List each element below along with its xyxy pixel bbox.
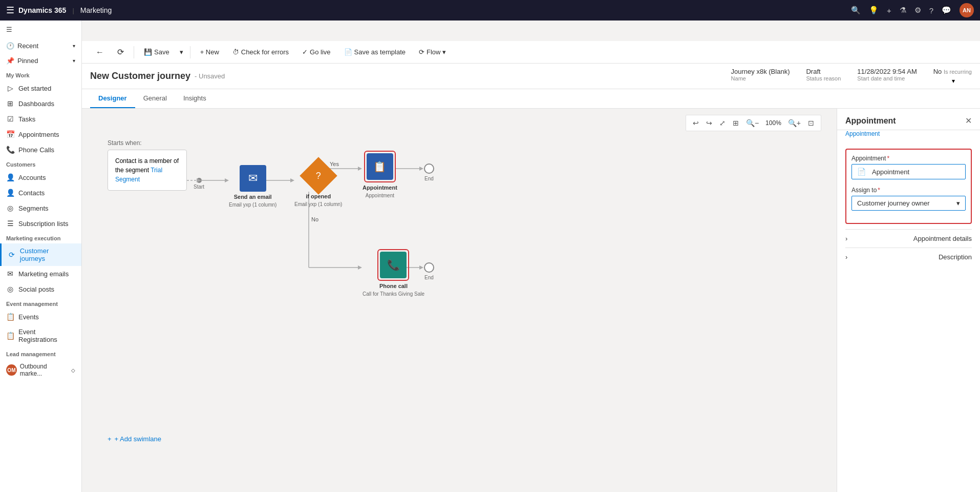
panel-title: Appointment <box>845 116 896 126</box>
trigger-box[interactable]: Contact is a member of the segment Trial… <box>108 150 187 191</box>
help-icon[interactable]: ? <box>929 6 933 15</box>
new-button[interactable]: + New <box>195 45 225 59</box>
appointment-node[interactable]: 📋 Appointment Appointment <box>363 151 397 198</box>
back-button[interactable]: ← <box>90 45 110 60</box>
phonecall-node[interactable]: 📞 Phone call Call for Thanks Giving Sale <box>363 249 424 297</box>
svg-marker-8 <box>358 167 362 171</box>
sidebar-item-contacts[interactable]: 👤Contacts <box>0 185 81 200</box>
module-label: Marketing <box>80 6 112 14</box>
journey-canvas: Starts when: Contact is a member of the … <box>82 109 837 492</box>
assign-to-label: Assign to <box>851 187 966 194</box>
customers-label: Customers <box>0 157 81 170</box>
sidebar-recent[interactable]: 🕐 Recent ▾ <box>0 38 81 53</box>
panel-close-button[interactable]: ✕ <box>965 116 972 126</box>
panel-subtitle: Appointment <box>837 130 980 142</box>
add-icon[interactable]: + <box>887 6 891 15</box>
sidebar-item-marketing-emails[interactable]: ✉Marketing emails <box>0 266 81 281</box>
lightbulb-icon[interactable]: 💡 <box>869 6 879 15</box>
split-button[interactable]: ⊞ <box>730 117 741 129</box>
canvas-area: ↩ ↪ ⤢ ⊞ 🔍− 100% 🔍+ ⊡ Starts when: Contac… <box>82 109 980 492</box>
meta-date: 11/28/2022 9:54 AM Start date and time <box>857 68 917 81</box>
panel-header: Appointment ✕ <box>837 109 980 130</box>
start-node: Start <box>194 178 204 190</box>
user-avatar[interactable]: AN <box>960 3 974 17</box>
brand-label: Dynamics 365 <box>18 6 66 14</box>
sidebar-item-social-posts[interactable]: ◎Social posts <box>0 281 81 297</box>
my-work-label: My Work <box>0 68 81 80</box>
svg-marker-5 <box>290 178 294 182</box>
undo-button[interactable]: ↩ <box>690 117 701 129</box>
sidebar-hamburger[interactable]: ☰ <box>0 20 81 38</box>
meta-name: Journey x8k (Blank) Name <box>731 68 790 81</box>
description-section[interactable]: › Description <box>845 248 972 266</box>
flow-button[interactable]: ⟳ Flow ▾ <box>413 45 452 59</box>
refresh-button[interactable]: ⟳ <box>112 44 130 60</box>
sidebar-pinned[interactable]: 📌 Pinned ▾ <box>0 53 81 68</box>
tab-designer[interactable]: Designer <box>90 89 135 108</box>
email-node[interactable]: ✉ Send an email Email yxp (1 column) <box>229 165 276 208</box>
topbar-icons: 🔍 💡 + ⚗ ⚙ ? 💬 AN <box>851 3 974 17</box>
save-icon: 💾 <box>144 48 152 56</box>
condition-node[interactable]: ? if opened Email yxp (1 column) <box>294 162 342 207</box>
appointment-field-label: Appointment <box>851 155 966 162</box>
events-label: Event management <box>0 297 81 309</box>
svg-marker-14 <box>358 265 362 270</box>
lead-label: Lead management <box>0 347 81 359</box>
record-header: New Customer journey - Unsaved Journey x… <box>82 64 980 89</box>
tab-general[interactable]: General <box>135 89 175 108</box>
sidebar-item-segments[interactable]: ◎Segments <box>0 200 81 216</box>
save-dropdown-button[interactable]: ▾ <box>177 45 186 59</box>
sidebar-item-get-started[interactable]: ▷Get started <box>0 80 81 96</box>
sidebar-item-phone-calls[interactable]: 📞Phone Calls <box>0 142 81 157</box>
zoom-level: 100% <box>763 119 783 127</box>
sidebar-item-tasks[interactable]: ☑Tasks <box>0 111 81 127</box>
tab-insights[interactable]: Insights <box>175 89 215 108</box>
sidebar-item-event-registrations[interactable]: 📋Event Registrations <box>0 324 81 347</box>
check-errors-button[interactable]: ⏱ Check for errors <box>227 45 294 59</box>
add-swimlane-button[interactable]: + + Add swimlane <box>108 435 161 443</box>
zoom-out-button[interactable]: 🔍− <box>743 117 761 129</box>
search-icon[interactable]: 🔍 <box>851 6 861 15</box>
panel-body: Appointment 📄 Appointment Assign to Cust… <box>837 142 980 492</box>
fit-button[interactable]: ⊡ <box>805 117 817 129</box>
redo-button[interactable]: ↪ <box>704 117 715 129</box>
settings-icon[interactable]: ⚙ <box>914 6 921 15</box>
assign-to-field: Assign to Customer journey owner ▾ <box>851 187 966 211</box>
filter-icon[interactable]: ⚗ <box>900 6 906 15</box>
end-node-1: End <box>424 163 434 181</box>
topbar: ☰ Dynamics 365 | Marketing 🔍 💡 + ⚗ ⚙ ? 💬… <box>0 0 980 20</box>
main-content: ← ⟳ 💾 Save ▾ + New ⏱ Check for errors ✓ … <box>82 41 980 492</box>
zoom-in-button[interactable]: 🔍+ <box>785 117 803 129</box>
toolbar: ← ⟳ 💾 Save ▾ + New ⏱ Check for errors ✓ … <box>82 41 980 64</box>
hamburger-icon[interactable]: ☰ <box>6 5 14 16</box>
sidebar-item-customer-journeys[interactable]: ⟳Customer journeys <box>0 243 81 266</box>
record-subtitle: - Unsaved <box>195 72 225 80</box>
svg-text:No: No <box>311 216 318 222</box>
record-meta: Journey x8k (Blank) Name Draft Status re… <box>731 68 972 85</box>
save-button[interactable]: 💾 Save <box>138 45 175 59</box>
end-node-2: End <box>424 262 434 280</box>
sidebar-item-dashboards[interactable]: ⊞Dashboards <box>0 96 81 111</box>
sidebar: ☰ 🕐 Recent ▾ 📌 Pinned ▾ My Work ▷Get sta… <box>0 20 82 492</box>
canvas-toolbar: ↩ ↪ ⤢ ⊞ 🔍− 100% 🔍+ ⊡ <box>686 115 821 131</box>
chevron-right-icon: › <box>845 235 847 242</box>
chevron-down-icon: ▾ <box>956 199 960 207</box>
svg-marker-10 <box>419 167 423 171</box>
sidebar-item-accounts[interactable]: 👤Accounts <box>0 170 81 185</box>
meta-recurring[interactable]: No Is recurring ▾ <box>933 68 972 85</box>
sidebar-item-subscription[interactable]: ☰Subscription lists <box>0 216 81 231</box>
save-template-button[interactable]: 📄 Save as template <box>338 45 411 59</box>
panel-red-section: Appointment 📄 Appointment Assign to Cust… <box>845 149 972 224</box>
appointment-field: Appointment 📄 Appointment <box>851 155 966 179</box>
doc-icon: 📄 <box>857 168 866 176</box>
chat-icon[interactable]: 💬 <box>942 6 951 15</box>
appointment-input[interactable]: 📄 Appointment <box>851 164 966 179</box>
sidebar-item-events[interactable]: 📋Events <box>0 309 81 324</box>
starts-when-label: Starts when: <box>108 139 142 147</box>
sidebar-item-outbound[interactable]: OM Outbound marke... ◇ <box>0 359 81 381</box>
sidebar-item-appointments[interactable]: 📅Appointments <box>0 127 81 142</box>
go-live-button[interactable]: ✓ Go live <box>296 45 336 59</box>
assign-to-select[interactable]: Customer journey owner ▾ <box>851 196 966 211</box>
expand-button[interactable]: ⤢ <box>717 117 728 129</box>
appointment-details-section[interactable]: › Appointment details <box>845 229 972 248</box>
